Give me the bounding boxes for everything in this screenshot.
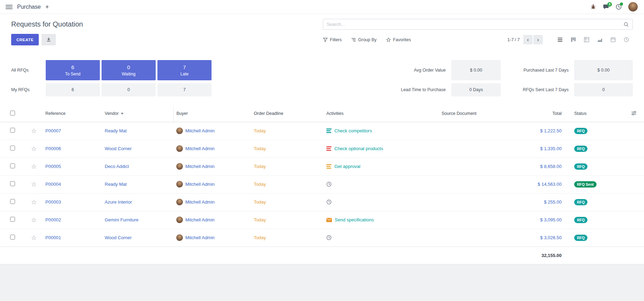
- vendor-link[interactable]: Azure Interior: [105, 199, 132, 205]
- search-input[interactable]: [327, 22, 623, 27]
- reference-link[interactable]: P00003: [45, 199, 61, 205]
- table-row[interactable]: ☆ P00005 Deco Addict Mitchell Admin Toda…: [0, 157, 644, 175]
- reference-link[interactable]: P00002: [45, 217, 61, 222]
- row-checkbox[interactable]: [10, 217, 15, 222]
- vendor-link[interactable]: Wood Corner: [105, 235, 132, 240]
- tile-waiting[interactable]: 0 Waiting: [102, 60, 156, 80]
- row-checkbox[interactable]: [10, 235, 15, 240]
- row-checkbox[interactable]: [10, 163, 15, 168]
- checklist-icon[interactable]: [326, 129, 332, 133]
- col-header-order-deadline[interactable]: Order Deadline: [251, 105, 324, 122]
- pager-next-button[interactable]: ›: [533, 35, 543, 44]
- buyer-link[interactable]: Mitchell Admin: [185, 128, 215, 133]
- all-rfqs-filter[interactable]: All RFQs: [11, 60, 46, 80]
- row-checkbox[interactable]: [10, 181, 15, 186]
- total-amount: $ 8,658.00: [540, 164, 562, 169]
- checklist-icon[interactable]: [326, 146, 332, 151]
- col-header-vendor[interactable]: Vendor: [102, 105, 173, 122]
- messages-icon[interactable]: 5: [603, 4, 609, 10]
- row-checkbox[interactable]: [10, 128, 15, 133]
- activity-label[interactable]: Send specifications: [335, 217, 374, 222]
- buyer-link[interactable]: Mitchell Admin: [185, 235, 215, 240]
- reference-link[interactable]: P00004: [45, 182, 61, 187]
- search-bar[interactable]: [323, 19, 633, 30]
- favorite-star-icon[interactable]: ☆: [31, 199, 37, 206]
- app-name[interactable]: Purchase: [17, 4, 41, 10]
- table-row[interactable]: ☆ P00004 Ready Mat Mitchell Admin Today …: [0, 175, 644, 193]
- search-icon[interactable]: [623, 22, 629, 27]
- list-view-icon[interactable]: [553, 35, 567, 45]
- buyer-link[interactable]: Mitchell Admin: [185, 146, 215, 151]
- table-row[interactable]: ☆ P00006 Wood Corner Mitchell Admin Toda…: [0, 140, 644, 157]
- filters-button[interactable]: Filters: [323, 37, 342, 42]
- buyer-link[interactable]: Mitchell Admin: [185, 217, 215, 222]
- my-to-send-count[interactable]: 6: [46, 83, 100, 96]
- col-header-status[interactable]: Status: [564, 105, 623, 122]
- table-row[interactable]: ☆ P00002 Gemini Furniture Mitchell Admin…: [0, 211, 644, 229]
- buyer-link[interactable]: Mitchell Admin: [185, 199, 215, 205]
- download-button[interactable]: [42, 34, 56, 45]
- my-rfqs-filter[interactable]: My RFQs: [11, 83, 46, 96]
- col-header-buyer[interactable]: Buyer: [173, 105, 251, 122]
- favorite-star-icon[interactable]: ☆: [31, 145, 37, 152]
- favorite-star-icon[interactable]: ☆: [31, 216, 37, 223]
- col-header-reference[interactable]: Reference: [43, 105, 102, 122]
- buyer-link[interactable]: Mitchell Admin: [185, 164, 215, 169]
- buyer-link[interactable]: Mitchell Admin: [185, 182, 215, 187]
- waiting-count: 0: [127, 64, 130, 70]
- favorites-button[interactable]: Favorites: [386, 37, 411, 42]
- clock-icon[interactable]: [326, 235, 332, 240]
- status-badge: RFQ: [574, 146, 587, 152]
- user-avatar[interactable]: [628, 2, 638, 12]
- calendar-view-icon[interactable]: [606, 35, 620, 45]
- reference-link[interactable]: P00001: [45, 235, 61, 240]
- table-row[interactable]: ☆ P00001 Wood Corner Mitchell Admin Toda…: [0, 229, 644, 247]
- kanban-view-icon[interactable]: [567, 35, 580, 45]
- vendor-link[interactable]: Ready Mat: [105, 128, 127, 133]
- table-row[interactable]: ☆ P00007 Ready Mat Mitchell Admin Today …: [0, 122, 644, 140]
- reference-link[interactable]: P00005: [45, 164, 61, 169]
- footer-row: 32,155.00: [0, 247, 644, 264]
- favorite-star-icon[interactable]: ☆: [31, 163, 37, 170]
- reference-link[interactable]: P00007: [45, 128, 61, 133]
- lead-time-value: 0 Days: [451, 83, 501, 96]
- checklist-icon[interactable]: [326, 164, 332, 169]
- vendor-link[interactable]: Deco Addict: [105, 164, 129, 169]
- row-checkbox[interactable]: [10, 199, 15, 204]
- vendor-link[interactable]: Gemini Furniture: [105, 217, 139, 222]
- activities-clock-icon[interactable]: [616, 4, 622, 10]
- activity-label[interactable]: Check optional products: [334, 146, 383, 151]
- tile-to-send[interactable]: 6 To Send: [46, 60, 100, 80]
- select-all-checkbox[interactable]: [10, 111, 15, 116]
- vendor-link[interactable]: Wood Corner: [105, 146, 132, 151]
- tile-late[interactable]: 7 Late: [157, 60, 212, 80]
- apps-menu-icon[interactable]: [6, 5, 13, 9]
- create-button[interactable]: CREATE: [11, 34, 39, 45]
- clock-icon[interactable]: [326, 199, 332, 205]
- favorite-star-icon[interactable]: ☆: [31, 234, 37, 241]
- col-header-source-document[interactable]: Source Document: [439, 105, 496, 122]
- reference-link[interactable]: P00006: [45, 146, 61, 151]
- row-checkbox[interactable]: [10, 146, 15, 150]
- col-header-total[interactable]: Total: [496, 105, 564, 122]
- favorite-star-icon[interactable]: ☆: [31, 181, 37, 188]
- column-options-icon[interactable]: [631, 111, 637, 116]
- buyer-avatar: [176, 216, 183, 223]
- vendor-link[interactable]: Ready Mat: [105, 182, 127, 187]
- activity-view-icon[interactable]: [620, 35, 633, 45]
- col-header-activities[interactable]: Activities: [324, 105, 439, 122]
- favorite-star-icon[interactable]: ☆: [31, 127, 37, 134]
- graph-view-icon[interactable]: [593, 35, 606, 45]
- envelope-icon[interactable]: [326, 218, 332, 222]
- my-waiting-count[interactable]: 0: [102, 83, 156, 96]
- activity-label[interactable]: Check competitors: [334, 128, 372, 133]
- new-tab-plus-button[interactable]: +: [45, 3, 49, 10]
- pager-previous-button[interactable]: ‹: [523, 35, 533, 44]
- clock-icon[interactable]: [326, 182, 332, 187]
- table-row[interactable]: ☆ P00003 Azure Interior Mitchell Admin T…: [0, 193, 644, 211]
- activity-label[interactable]: Get approval: [334, 164, 360, 169]
- bug-icon[interactable]: [590, 4, 596, 10]
- group-by-button[interactable]: Group By: [351, 37, 377, 42]
- my-late-count[interactable]: 7: [157, 83, 212, 96]
- pivot-view-icon[interactable]: [580, 35, 593, 45]
